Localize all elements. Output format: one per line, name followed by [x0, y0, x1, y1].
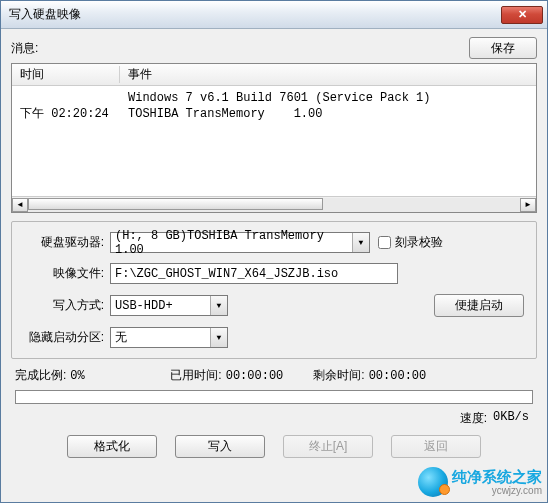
scroll-right-icon[interactable]: ► [520, 198, 536, 212]
log-box: 时间 事件 Windows 7 v6.1 Build 7601 (Service… [11, 63, 537, 213]
image-value: F:\ZGC_GHOST_WIN7_X64_JSZJB.iso [115, 267, 338, 281]
back-button: 返回 [391, 435, 481, 458]
drive-value: (H:, 8 GB)TOSHIBA TransMemory 1.00 [115, 229, 351, 257]
log-header: 时间 事件 [12, 64, 536, 86]
close-button[interactable]: ✕ [501, 6, 543, 24]
percent-label: 完成比例: [15, 367, 66, 384]
horizontal-scrollbar[interactable]: ◄ ► [12, 196, 536, 212]
method-value: USB-HDD+ [115, 299, 173, 313]
drive-label: 硬盘驱动器: [24, 234, 110, 251]
hidden-label: 隐藏启动分区: [24, 329, 110, 346]
log-row: Windows 7 v6.1 Build 7601 (Service Pack … [12, 90, 536, 106]
progress-bar [15, 390, 533, 404]
hidden-row: 隐藏启动分区: 无 ▼ [24, 327, 524, 348]
quick-boot-button[interactable]: 便捷启动 [434, 294, 524, 317]
chevron-down-icon: ▼ [352, 233, 369, 252]
drive-row: 硬盘驱动器: (H:, 8 GB)TOSHIBA TransMemory 1.0… [24, 232, 524, 253]
verify-checkbox[interactable]: 刻录校验 [378, 234, 464, 251]
info-label: 消息: [11, 40, 469, 57]
stats-row: 完成比例: 0% 已用时间: 00:00:00 剩余时间: 00:00:00 [11, 365, 537, 390]
info-row: 消息: 保存 [11, 37, 537, 59]
col-header-event[interactable]: 事件 [120, 66, 536, 83]
scroll-track[interactable] [28, 198, 520, 212]
write-button[interactable]: 写入 [175, 435, 265, 458]
hidden-combo[interactable]: 无 ▼ [110, 327, 228, 348]
window-title: 写入硬盘映像 [9, 6, 501, 23]
abort-button: 终止[A] [283, 435, 373, 458]
method-label: 写入方式: [24, 297, 110, 314]
speed-row: 速度: 0KB/s [11, 408, 537, 435]
settings-group: 硬盘驱动器: (H:, 8 GB)TOSHIBA TransMemory 1.0… [11, 221, 537, 359]
image-path-field[interactable]: F:\ZGC_GHOST_WIN7_X64_JSZJB.iso [110, 263, 398, 284]
verify-checkbox-input[interactable] [378, 236, 391, 249]
bottom-button-row: 格式化 写入 终止[A] 返回 [11, 435, 537, 462]
log-time: 下午 02:20:24 [12, 106, 120, 122]
close-icon: ✕ [518, 8, 527, 21]
verify-label: 刻录校验 [395, 234, 443, 251]
dialog-window: 写入硬盘映像 ✕ 消息: 保存 时间 事件 Windows 7 v6.1 Bui… [0, 0, 548, 503]
speed-value: 0KB/s [493, 410, 529, 427]
format-button[interactable]: 格式化 [67, 435, 157, 458]
image-row: 映像文件: F:\ZGC_GHOST_WIN7_X64_JSZJB.iso [24, 263, 524, 284]
log-event: Windows 7 v6.1 Build 7601 (Service Pack … [120, 90, 536, 106]
log-event: TOSHIBA TransMemory 1.00 [120, 106, 536, 122]
chevron-down-icon: ▼ [210, 296, 227, 315]
method-row: 写入方式: USB-HDD+ ▼ 便捷启动 [24, 294, 524, 317]
titlebar[interactable]: 写入硬盘映像 ✕ [1, 1, 547, 29]
log-time [12, 90, 120, 106]
speed-label: 速度: [460, 410, 487, 427]
save-button[interactable]: 保存 [469, 37, 537, 59]
scroll-left-icon[interactable]: ◄ [12, 198, 28, 212]
log-body: Windows 7 v6.1 Build 7601 (Service Pack … [12, 86, 536, 196]
col-header-time[interactable]: 时间 [12, 66, 120, 83]
drive-combo[interactable]: (H:, 8 GB)TOSHIBA TransMemory 1.00 ▼ [110, 232, 370, 253]
elapsed-label: 已用时间: [170, 367, 221, 384]
remain-label: 剩余时间: [313, 367, 364, 384]
image-label: 映像文件: [24, 265, 110, 282]
content-area: 消息: 保存 时间 事件 Windows 7 v6.1 Build 7601 (… [1, 29, 547, 502]
log-row: 下午 02:20:24 TOSHIBA TransMemory 1.00 [12, 106, 536, 122]
remain-value: 00:00:00 [369, 369, 427, 383]
scroll-thumb[interactable] [28, 198, 323, 210]
percent-value: 0% [70, 369, 140, 383]
elapsed-value: 00:00:00 [226, 369, 284, 383]
hidden-value: 无 [115, 329, 127, 346]
method-combo[interactable]: USB-HDD+ ▼ [110, 295, 228, 316]
chevron-down-icon: ▼ [210, 328, 227, 347]
